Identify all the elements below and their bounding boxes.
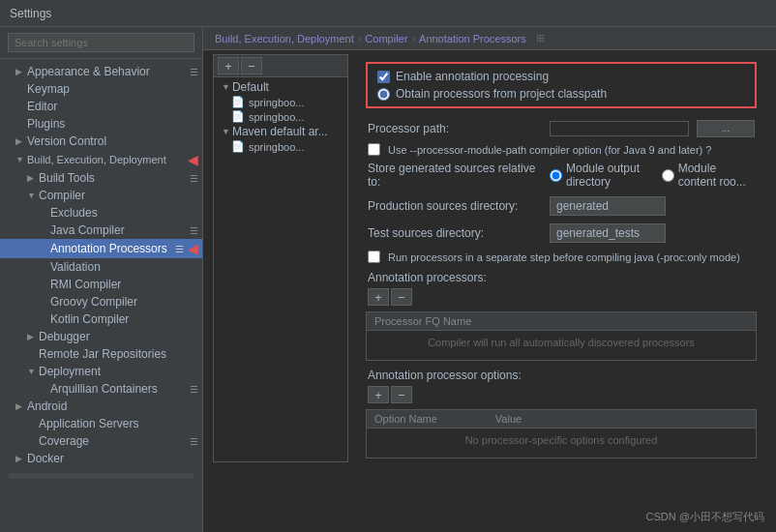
sidebar-item-keymap[interactable]: Keymap xyxy=(0,80,202,98)
remove-module-button[interactable]: − xyxy=(241,57,262,74)
module-maven-springboot[interactable]: 📄 springboo... xyxy=(218,139,343,154)
sidebar-item-version-control[interactable]: ▶ Version Control xyxy=(0,133,202,150)
file-icon-3: 📄 xyxy=(231,140,245,153)
sidebar-item-debugger[interactable]: ▶ Debugger xyxy=(0,328,202,345)
expand-icon: ▶ xyxy=(15,136,27,146)
sidebar-item-kotlin-compiler[interactable]: Kotlin Compiler xyxy=(0,310,202,328)
sidebar-item-appearance[interactable]: ▶ Appearance & Behavior ☰ xyxy=(0,63,202,80)
options-table-body: No processor-specific options configured xyxy=(367,429,756,458)
module-maven[interactable]: ▼ Maven default ar... xyxy=(218,124,343,139)
enable-annotation-checkbox[interactable] xyxy=(377,71,390,83)
processor-path-browse[interactable]: ... xyxy=(697,120,755,137)
option-value-col: Value xyxy=(495,413,522,425)
sidebar-item-compiler[interactable]: ▼ Compiler xyxy=(0,187,202,204)
module-output-dir-radio[interactable] xyxy=(550,169,562,182)
processor-options-section: Annotation processor options: xyxy=(356,365,766,384)
production-sources-label: Production sources directory: xyxy=(368,199,542,213)
sidebar-item-annotation-processors[interactable]: Annotation Processors ☰ ◀ xyxy=(0,239,202,258)
content-area: Build, Execution, Deployment › Compiler … xyxy=(203,27,776,532)
collapse-icon: ▼ xyxy=(27,367,39,376)
processor-options-toolbar: + − xyxy=(356,384,766,405)
sidebar-item-coverage[interactable]: Coverage ☰ xyxy=(0,432,202,450)
processor-path-row: Processor path: ... xyxy=(356,116,766,141)
top-toolbar: + − ▼ Default 📄 springboo... xyxy=(203,50,776,462)
file-icon-2: 📄 xyxy=(231,110,245,123)
search-box xyxy=(0,27,202,59)
search-input[interactable] xyxy=(8,33,194,52)
collapse-default-icon: ▼ xyxy=(222,82,230,92)
store-generated-sources-row: Store generated sources relative to: Mod… xyxy=(356,158,766,192)
sidebar-item-label: Docker xyxy=(27,452,198,465)
breadcrumb-part-2: Compiler xyxy=(365,33,407,44)
sidebar: ▶ Appearance & Behavior ☰ Keymap Editor … xyxy=(0,27,203,532)
file-icon: 📄 xyxy=(231,96,245,108)
settings-icon: ☰ xyxy=(190,67,198,77)
annotation-top-panel: Enable annotation processing Obtain proc… xyxy=(366,62,757,108)
scrollbar-thumb[interactable] xyxy=(8,473,194,479)
remove-option-button[interactable]: − xyxy=(391,386,412,403)
collapse-maven-icon: ▼ xyxy=(222,127,230,136)
remove-processor-button[interactable]: − xyxy=(391,288,412,306)
content-body: + − ▼ Default 📄 springboo... xyxy=(203,50,776,532)
sidebar-item-label: Remote Jar Repositories xyxy=(39,347,198,361)
sidebar-item-java-compiler[interactable]: Java Compiler ☰ xyxy=(0,222,202,239)
sidebar-tree: ▶ Appearance & Behavior ☰ Keymap Editor … xyxy=(0,59,202,471)
breadcrumb-part-3: Annotation Processors xyxy=(419,33,526,44)
module-springboot-2[interactable]: 📄 springboo... xyxy=(218,109,343,124)
test-sources-label: Test sources directory: xyxy=(368,226,542,240)
watermark: CSDN @小田不想写代码 xyxy=(646,510,764,524)
sidebar-item-android[interactable]: ▶ Android xyxy=(0,398,202,415)
module-springboot-1[interactable]: 📄 springboo... xyxy=(218,95,343,109)
sidebar-item-excludes[interactable]: Excludes xyxy=(0,204,202,222)
sidebar-item-app-servers[interactable]: Application Servers xyxy=(0,415,202,432)
obtain-processors-row: Obtain processors from project classpath xyxy=(377,87,745,101)
collapse-icon: ▼ xyxy=(15,155,27,164)
sidebar-item-groovy-compiler[interactable]: Groovy Compiler xyxy=(0,293,202,310)
sidebar-item-plugins[interactable]: Plugins xyxy=(0,115,202,133)
sidebar-item-remote-jar[interactable]: Remote Jar Repositories xyxy=(0,345,202,363)
sidebar-item-arquillian[interactable]: Arquillian Containers ☰ xyxy=(0,380,202,398)
processor-module-path-checkbox[interactable] xyxy=(368,143,380,156)
expand-icon: ▶ xyxy=(27,332,39,341)
sidebar-item-label: Appearance & Behavior xyxy=(27,65,188,78)
module-default[interactable]: ▼ Default xyxy=(218,79,343,95)
add-processor-button[interactable]: + xyxy=(368,288,389,306)
run-processors-checkbox[interactable] xyxy=(368,251,380,263)
obtain-processors-radio[interactable] xyxy=(377,88,390,101)
processor-module-path-row: Use --processor-module-path compiler opt… xyxy=(356,141,766,158)
module-output-dir-label: Module output directory xyxy=(566,162,652,189)
sidebar-item-build[interactable]: ▼ Build, Execution, Deployment ◀ xyxy=(0,150,202,169)
module-content-root-label: Module content roo... xyxy=(678,162,755,189)
processor-path-label: Processor path: xyxy=(368,122,542,135)
annotation-processors-label: Annotation processors: xyxy=(368,271,487,284)
test-sources-row: Test sources directory: xyxy=(356,220,766,247)
test-sources-input[interactable] xyxy=(550,223,666,243)
run-processors-label: Run processors in a separate step before… xyxy=(388,251,740,263)
sidebar-item-label: Version Control xyxy=(27,134,198,148)
sidebar-item-rmi-compiler[interactable]: RMI Compiler xyxy=(0,276,202,293)
sidebar-item-deployment[interactable]: ▼ Deployment xyxy=(0,363,202,380)
processor-hint: Compiler will run all automatically disc… xyxy=(420,329,702,356)
module-content-root-option: Module content roo... xyxy=(662,162,755,189)
obtain-processors-label: Obtain processors from project classpath xyxy=(396,87,607,101)
sidebar-item-label: Android xyxy=(27,399,198,413)
module-springboot-1-label: springboo... xyxy=(249,97,304,108)
module-content-root-radio[interactable] xyxy=(662,169,674,182)
module-maven-label: Maven default ar... xyxy=(232,125,328,138)
title-bar-text: Settings xyxy=(10,7,51,20)
breadcrumb-icon: ⊞ xyxy=(536,32,545,44)
sidebar-item-docker[interactable]: ▶ Docker xyxy=(0,450,202,467)
production-sources-input[interactable] xyxy=(550,196,666,216)
processor-path-field[interactable] xyxy=(550,121,689,136)
sidebar-item-label: RMI Compiler xyxy=(50,278,198,291)
production-sources-row: Production sources directory: xyxy=(356,192,766,220)
sidebar-item-validation[interactable]: Validation xyxy=(0,258,202,276)
store-generated-options: Module output directory Module content r… xyxy=(550,162,755,189)
add-module-button[interactable]: + xyxy=(218,57,239,74)
sidebar-item-label: Application Servers xyxy=(39,417,198,430)
add-option-button[interactable]: + xyxy=(368,386,389,403)
sidebar-item-build-tools[interactable]: ▶ Build Tools ☰ xyxy=(0,169,202,187)
breadcrumb-sep-1: › xyxy=(358,33,362,44)
sidebar-item-editor[interactable]: Editor xyxy=(0,98,202,115)
options-table: Option Name Value No processor-specific … xyxy=(366,409,757,458)
